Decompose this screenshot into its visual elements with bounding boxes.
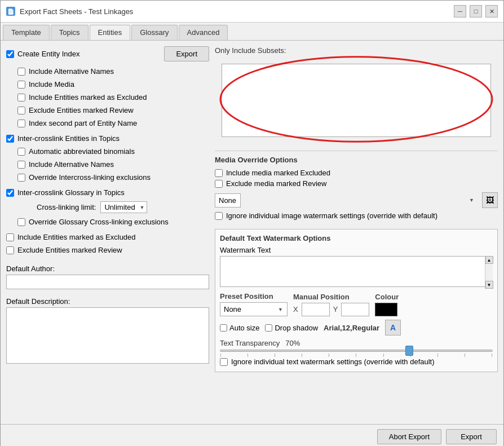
preset-position-select[interactable]: None xyxy=(220,302,288,316)
create-entity-index-row: Create Entity Index xyxy=(6,48,80,59)
tab-template[interactable]: Template xyxy=(3,25,50,40)
ignore-watermark-row: Ignore individual image watermark settin… xyxy=(215,210,498,221)
drop-shadow-checkbox[interactable] xyxy=(265,324,272,332)
cross-link-limit-select[interactable]: Unlimited xyxy=(100,201,147,213)
include-entities-excluded-1-label[interactable]: Include Entities marked as Excluded xyxy=(29,93,147,101)
ignore-watermark-label[interactable]: Ignore individual image watermark settin… xyxy=(226,211,437,220)
scrollbar-up-button[interactable]: ▲ xyxy=(485,256,493,264)
watermark-scrollbar: ▲ ▼ xyxy=(485,256,493,289)
index-second-part-checkbox[interactable] xyxy=(17,120,25,127)
include-media-row: Include Media xyxy=(17,79,209,90)
manual-position-group: Manual Position X Y xyxy=(293,293,369,316)
abort-export-button[interactable]: Abort Export xyxy=(377,429,441,444)
override-intercross-label[interactable]: Override Intercross-linking exclusions xyxy=(29,173,151,182)
override-glossary-row: Override Glossary Cross-linking exclusio… xyxy=(17,217,209,227)
x-input[interactable] xyxy=(302,303,330,316)
exclude-media-review-row: Exclude media marked Review xyxy=(215,178,498,189)
y-label: Y xyxy=(333,305,338,313)
exclude-entities-review-1-label[interactable]: Exclude Entities marked Review xyxy=(29,106,134,114)
override-glossary-checkbox[interactable] xyxy=(17,218,25,226)
include-alt-names-1-label[interactable]: Include Alternative Names xyxy=(29,67,114,76)
tab-topics[interactable]: Topics xyxy=(51,25,89,40)
default-author-section: Default Author: xyxy=(6,261,209,289)
x-label: X xyxy=(293,305,298,313)
cross-link-limit-row: Cross-linking limit: Unlimited xyxy=(37,200,209,214)
scrollbar-down-button[interactable]: ▼ xyxy=(485,281,493,289)
ignore-text-watermark-checkbox[interactable] xyxy=(220,358,228,366)
inter-crosslink-topics-label[interactable]: Inter-crosslink Entities in Topics xyxy=(17,134,120,143)
override-glossary-label[interactable]: Override Glossary Cross-linking exclusio… xyxy=(29,218,169,226)
window-title: Export Fact Sheets - Test Linkages xyxy=(20,7,133,16)
index-second-part-label[interactable]: Index second part of Entity Name xyxy=(29,119,137,127)
include-alt-names-1-row: Include Alternative Names xyxy=(17,66,209,77)
font-select-button[interactable]: A xyxy=(385,320,401,335)
create-entity-index-label[interactable]: Create Entity Index xyxy=(17,50,80,58)
dropdown-action-button[interactable]: 🖼 xyxy=(482,192,498,208)
left-panel: Create Entity Index Export Include Alter… xyxy=(6,46,209,418)
include-entities-excluded-2-label[interactable]: Include Entities marked as Excluded xyxy=(17,233,136,241)
colour-swatch[interactable] xyxy=(375,303,397,316)
cross-link-limit-label: Cross-linking limit: xyxy=(37,203,96,211)
inter-crosslink-topics-checkbox[interactable] xyxy=(6,135,14,143)
y-input[interactable] xyxy=(341,303,369,316)
include-media-excluded-label[interactable]: Include media marked Excluded xyxy=(226,169,330,177)
auto-size-label: Auto size xyxy=(229,324,259,332)
tab-advanced[interactable]: Advanced xyxy=(179,25,228,40)
include-alt-names-2-label[interactable]: Include Alternative Names xyxy=(29,160,114,169)
include-media-checkbox[interactable] xyxy=(17,81,25,89)
manual-position-inputs: X Y xyxy=(293,303,369,316)
include-media-excluded-checkbox[interactable] xyxy=(215,169,223,177)
drop-shadow-label: Drop shadow xyxy=(275,324,318,332)
auto-abbreviated-row: Automatic abbreviated binomials xyxy=(17,146,209,157)
export-button-bottom[interactable]: Export xyxy=(446,429,497,444)
override-intercross-checkbox[interactable] xyxy=(17,174,25,182)
tab-glossary[interactable]: Glossary xyxy=(131,25,177,40)
maximize-button[interactable]: □ xyxy=(470,5,482,17)
include-media-label[interactable]: Include Media xyxy=(29,80,74,89)
auto-abbreviated-checkbox[interactable] xyxy=(17,148,25,156)
exclude-media-review-checkbox[interactable] xyxy=(215,180,223,188)
include-entities-excluded-2-checkbox[interactable] xyxy=(6,233,14,241)
export-button-top[interactable]: Export xyxy=(164,46,209,61)
drop-shadow-label-row[interactable]: Drop shadow xyxy=(265,324,318,332)
font-options-row: Auto size Drop shadow Arial,12,Regular A xyxy=(220,320,493,335)
ignore-watermark-checkbox[interactable] xyxy=(215,212,223,220)
exclude-media-review-label[interactable]: Exclude media marked Review xyxy=(226,179,326,188)
exclude-entities-review-2-label[interactable]: Exclude Entities marked Review xyxy=(17,246,122,254)
only-include-subsets-box[interactable] xyxy=(222,64,491,137)
auto-size-checkbox[interactable] xyxy=(220,324,227,332)
close-button[interactable]: ✕ xyxy=(485,5,498,17)
inter-crosslink-glossary-label[interactable]: Inter-crosslink Glossary in Topics xyxy=(17,188,125,197)
preset-position-label: Preset Position xyxy=(220,292,288,301)
auto-abbreviated-label[interactable]: Automatic abbreviated binomials xyxy=(29,147,135,156)
media-override-title: Media Override Options xyxy=(215,156,498,164)
minimize-button[interactable]: ─ xyxy=(454,5,466,17)
default-author-input[interactable] xyxy=(6,275,209,289)
watermark-text-input[interactable] xyxy=(220,256,493,287)
create-entity-index-checkbox[interactable] xyxy=(6,50,14,58)
tab-entities[interactable]: Entities xyxy=(90,25,131,40)
include-alt-names-2-row: Include Alternative Names xyxy=(17,159,209,170)
only-include-container: Only Include Subsets: xyxy=(215,46,498,144)
include-entities-excluded-1-checkbox[interactable] xyxy=(17,94,25,101)
inter-crosslink-glossary-checkbox[interactable] xyxy=(6,189,14,197)
auto-size-label-row[interactable]: Auto size xyxy=(220,324,259,332)
font-info-display: Arial,12,Regular xyxy=(324,324,379,332)
default-description-input[interactable] xyxy=(6,307,209,364)
slider-container xyxy=(220,347,493,356)
include-alt-names-2-checkbox[interactable] xyxy=(17,161,25,169)
include-alt-names-1-checkbox[interactable] xyxy=(17,68,25,76)
create-index-row: Create Entity Index Export xyxy=(6,46,209,61)
preset-position-select-wrapper: None xyxy=(220,302,288,316)
ignore-text-watermark-label[interactable]: Ignore individual text watermark setting… xyxy=(231,357,435,366)
colour-group: Colour xyxy=(375,293,399,316)
transparency-row: Text Transparency 70% xyxy=(220,339,493,347)
none-dropdown-select[interactable]: None xyxy=(215,193,241,207)
watermark-text-label: Watermark Text xyxy=(220,246,493,254)
inter-crosslink-glossary-row: Inter-crosslink Glossary in Topics xyxy=(6,187,209,198)
transparency-label: Text Transparency xyxy=(220,339,280,347)
exclude-entities-review-1-checkbox[interactable] xyxy=(17,107,25,114)
exclude-entities-review-2-checkbox[interactable] xyxy=(6,246,14,254)
transparency-value: 70% xyxy=(285,339,300,347)
default-author-label: Default Author: xyxy=(6,264,209,273)
